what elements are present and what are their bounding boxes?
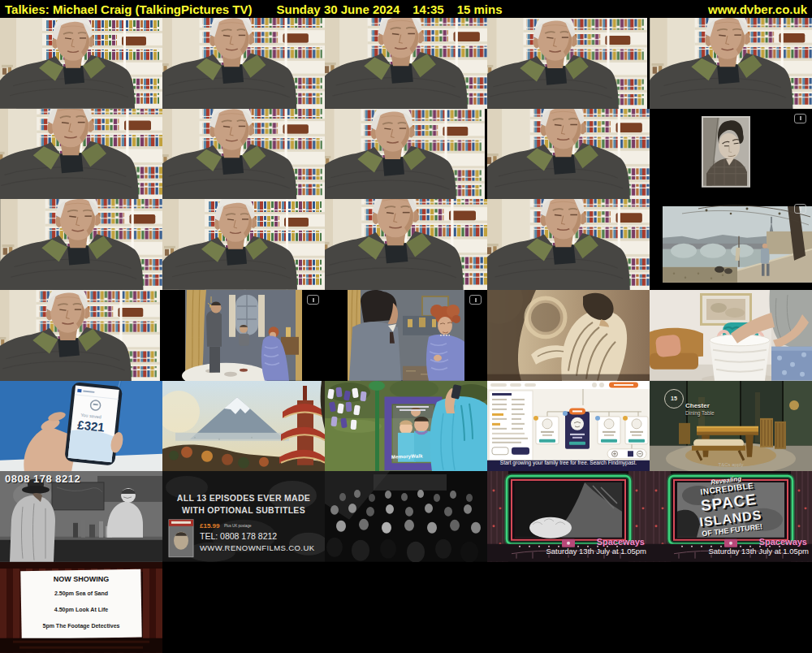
interview-scene bbox=[487, 199, 650, 290]
advert-headline-2: WITH OPTIONAL SUBTITLES bbox=[162, 505, 325, 515]
thumbnail-interview[interactable] bbox=[325, 199, 487, 290]
bw-film-scene: 0808 178 8212 bbox=[0, 471, 162, 562]
broadcast-bug-icon bbox=[794, 204, 806, 214]
thumbnail-promo_spaceways[interactable]: Spaceways Saturday 13th July at 1.05pm bbox=[487, 471, 650, 562]
interview-scene bbox=[162, 18, 325, 109]
interview-scene bbox=[162, 109, 325, 200]
broadcast-bug-icon bbox=[794, 114, 806, 123]
airtime-label: Saturday 13th July at 1.05pm bbox=[546, 547, 646, 556]
paris-riverbank-scene bbox=[650, 199, 812, 290]
terms-label: T&Cs apply bbox=[650, 462, 812, 468]
thumbnail-paris[interactable] bbox=[650, 199, 812, 290]
thumbnail-interview[interactable] bbox=[0, 290, 162, 381]
thumbnail-bw_film_phone[interactable]: 0808 178 8212 bbox=[0, 471, 162, 562]
thumbnail-interview[interactable] bbox=[487, 199, 650, 290]
programme-name-label: Spaceways bbox=[597, 537, 645, 547]
interview-scene bbox=[487, 109, 650, 200]
thumbnail-ad_phone[interactable]: You saved £321 bbox=[0, 381, 162, 472]
interview-scene bbox=[0, 18, 162, 109]
phone-savings-advert: You saved £321 bbox=[0, 381, 162, 472]
price-note-label: Plus UK postage bbox=[224, 524, 252, 528]
thumbnail-interview[interactable] bbox=[162, 199, 325, 290]
basket-advert-scene bbox=[650, 290, 812, 381]
thumbnail-ad_memorywalk[interactable]: MemoryWalk bbox=[325, 381, 487, 472]
broadcast-duration: 15 mins bbox=[457, 2, 503, 16]
thumbnail-ad_japan[interactable] bbox=[162, 381, 325, 472]
interview-scene bbox=[0, 199, 162, 290]
schedule-text: NOW SHOWING 2.50pm Sea of Sand 4.50pm Lo… bbox=[26, 575, 136, 639]
thumbnail-ad_renown[interactable]: ALL 13 EPISODES EVER MADE WITH OPTIONAL … bbox=[162, 471, 325, 562]
thumbnail-interview[interactable] bbox=[487, 18, 650, 109]
airtime-label: Saturday 13th July at 1.05pm bbox=[708, 547, 809, 556]
interview-scene bbox=[325, 18, 487, 109]
cinema-audience-scene bbox=[325, 471, 487, 562]
thumbnail-interview[interactable] bbox=[0, 199, 162, 290]
portrait-scene bbox=[650, 109, 812, 200]
empty-cell bbox=[325, 562, 487, 653]
product-name-label: Chester bbox=[685, 402, 710, 409]
thumbnail-black bbox=[162, 562, 325, 653]
thumbnail-black bbox=[325, 562, 487, 653]
website-label: WWW.RENOWNFILMS.CO.UK bbox=[200, 544, 314, 553]
phone-number-overlay: 0808 178 8212 bbox=[5, 474, 80, 486]
thumbnail-interview[interactable] bbox=[650, 18, 812, 109]
thumbnail-ad_familytree[interactable]: Start growing your family tree for free.… bbox=[487, 381, 650, 472]
empty-cell bbox=[487, 562, 650, 653]
renown-films-advert: ALL 13 EPISODES EVER MADE WITH OPTIONAL … bbox=[162, 471, 325, 562]
interview-scene bbox=[0, 290, 162, 381]
site-url: www.dvber.co.uk bbox=[708, 2, 807, 16]
thumbnail-black bbox=[650, 562, 812, 653]
film-conversation-scene bbox=[325, 290, 487, 381]
empty-cell bbox=[162, 562, 325, 653]
memory-walk-advert: MemoryWalk bbox=[325, 381, 487, 472]
interview-scene bbox=[325, 109, 487, 200]
film-dining-room-scene bbox=[162, 290, 325, 381]
programme-name-label: Spaceways bbox=[759, 537, 807, 547]
thumbnail-grid: You saved £321 bbox=[0, 18, 812, 653]
thumbnail-interview[interactable] bbox=[0, 109, 162, 200]
family-tree-website: Start growing your family tree for free.… bbox=[487, 381, 650, 472]
telephone-label: TEL: 0808 178 8212 bbox=[200, 531, 277, 541]
thumbnail-promo_spaceislands[interactable]: Revealing INCREDIBLE SPACE ISLANDS OF TH… bbox=[650, 471, 812, 562]
interview-scene bbox=[487, 18, 650, 109]
header-bar: Talkies: Michael Craig (TalkingPictures … bbox=[0, 0, 812, 18]
empty-cell bbox=[650, 562, 812, 653]
dining-table-advert: 15 Chester Dining Table T&Cs apply bbox=[650, 381, 812, 472]
thumbnail-black bbox=[487, 562, 650, 653]
thumbnail-interview[interactable] bbox=[487, 109, 650, 200]
thumbnail-interview[interactable] bbox=[0, 18, 162, 109]
findmypast-caption: Start growing your family tree for free.… bbox=[487, 456, 650, 471]
sepia-film-scene bbox=[487, 290, 650, 381]
advert-headline-1: ALL 13 EPISODES EVER MADE bbox=[162, 493, 325, 503]
now-showing-card: NOW SHOWING 2.50pm Sea of Sand 4.50pm Lo… bbox=[0, 562, 162, 653]
broadcast-date: Sunday 30 June 2024 bbox=[277, 2, 400, 16]
spaceways-promo: Spaceways Saturday 13th July at 1.05pm bbox=[487, 471, 650, 562]
interview-scene bbox=[325, 199, 487, 290]
thumbnail-portrait[interactable] bbox=[650, 109, 812, 200]
interview-scene bbox=[162, 199, 325, 290]
thumbnail-film_dinner_close[interactable] bbox=[325, 290, 487, 381]
thumbnail-interview[interactable] bbox=[325, 109, 487, 200]
interview-scene bbox=[650, 18, 812, 109]
japan-travel-scene bbox=[162, 381, 325, 472]
thumbnail-now_showing[interactable]: NOW SHOWING 2.50pm Sea of Sand 4.50pm Lo… bbox=[0, 562, 162, 653]
broadcast-time: 14:35 bbox=[412, 2, 443, 16]
programme-title: Talkies: Michael Craig (TalkingPictures … bbox=[5, 2, 253, 16]
product-sub-label: Dining Table bbox=[685, 410, 715, 416]
thumbnail-interview[interactable] bbox=[162, 18, 325, 109]
thumbnail-interview[interactable] bbox=[162, 109, 325, 200]
interview-scene bbox=[0, 109, 162, 200]
broadcast-bug-icon bbox=[307, 295, 319, 305]
thumbnail-film_dinner_wide[interactable] bbox=[162, 290, 325, 381]
space-islands-promo: Revealing INCREDIBLE SPACE ISLANDS OF TH… bbox=[650, 471, 812, 562]
thumbnail-ad_basket[interactable] bbox=[650, 290, 812, 381]
thumbnail-interview[interactable] bbox=[325, 18, 487, 109]
thumbnail-bw_audience[interactable] bbox=[325, 471, 487, 562]
thumbnail-ad_dining[interactable]: 15 Chester Dining Table T&Cs apply bbox=[650, 381, 812, 472]
broadcast-bug-icon bbox=[469, 295, 482, 305]
thumbnail-film_sepia[interactable] bbox=[487, 290, 650, 381]
guarantee-badge: 15 bbox=[664, 389, 684, 409]
price-label: £15.99 bbox=[200, 522, 219, 530]
